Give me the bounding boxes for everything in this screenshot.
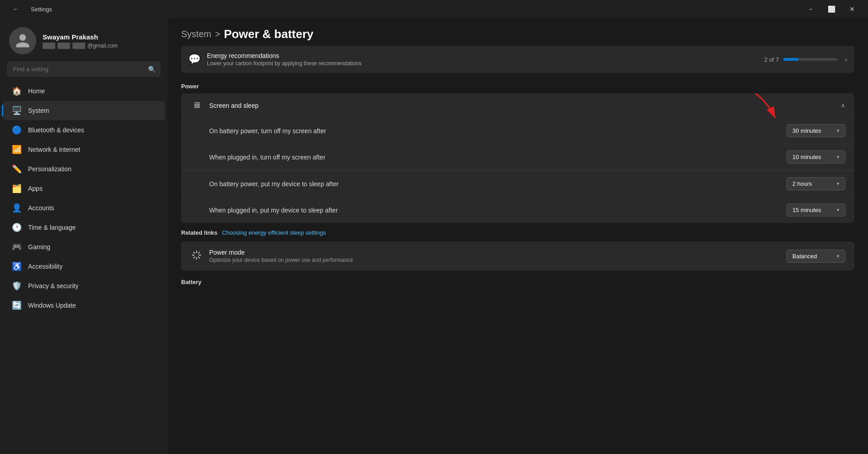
battery-screen-value: 30 minutes	[792, 127, 821, 134]
user-email-area: @gmail.com	[43, 43, 118, 49]
battery-sleep-dropdown-arrow: ▾	[837, 181, 839, 187]
sidebar-item-bluetooth[interactable]: 🔵 Bluetooth & devices	[3, 121, 165, 140]
screen-sleep-card: 🖥 Screen and sleep ∧ On battery	[181, 93, 854, 223]
sidebar-item-network-label: Network & internet	[28, 146, 80, 153]
sidebar-item-system-label: System	[28, 107, 49, 114]
accounts-icon: 👤	[12, 203, 22, 213]
battery-screen-dropdown-arrow: ▾	[837, 128, 839, 134]
sidebar-item-windows-update-label: Windows Update	[28, 302, 76, 309]
search-icon: 🔍	[148, 66, 156, 73]
personalization-icon: ✏️	[12, 164, 22, 174]
email-block-1	[43, 43, 55, 49]
plugged-screen-value: 10 minutes	[792, 154, 821, 160]
sidebar-item-accounts[interactable]: 👤 Accounts	[3, 198, 165, 217]
email-block-2	[58, 43, 70, 49]
plugged-screen-dropdown[interactable]: 10 minutes ▾	[786, 150, 845, 164]
user-name: Swayam Prakash	[43, 33, 118, 41]
sidebar-item-accessibility-label: Accessibility	[28, 263, 62, 270]
screen-sleep-header-row[interactable]: 🖥 Screen and sleep ∧	[181, 93, 854, 118]
user-section: Swayam Prakash @gmail.com	[0, 18, 168, 62]
sidebar-nav: 🏠 Home 🖥️ System 🔵 Bluetooth & devices 📶…	[0, 81, 168, 315]
sidebar-item-accounts-label: Accounts	[28, 204, 54, 212]
sidebar-item-apps-label: Apps	[28, 185, 43, 192]
power-mode-value: Balanced	[792, 253, 817, 260]
sidebar-item-gaming[interactable]: 🎮 Gaming	[3, 237, 165, 256]
screen-sleep-icon: 🖥	[190, 101, 203, 110]
time-icon: 🕐	[12, 222, 22, 232]
sidebar-item-time-label: Time & language	[28, 224, 76, 231]
sidebar-item-time[interactable]: 🕐 Time & language	[3, 218, 165, 237]
title-bar-title: Settings	[31, 6, 52, 13]
related-links-label: Related links	[181, 229, 217, 236]
power-mode-title: Power mode	[209, 249, 780, 256]
screen-sleep-text: Screen and sleep	[209, 102, 831, 109]
plugged-sleep-label: When plugged in, put my device to sleep …	[209, 207, 786, 214]
privacy-icon: 🛡️	[12, 281, 22, 291]
email-block-3	[72, 43, 85, 49]
close-button[interactable]: ✕	[842, 2, 863, 16]
energy-sleep-link[interactable]: Choosing energy efficient sleep settings	[222, 229, 326, 236]
apps-icon: 🗂️	[12, 184, 22, 193]
sidebar-item-privacy-label: Privacy & security	[28, 282, 78, 290]
energy-icon: 💬	[188, 53, 201, 65]
sidebar-item-apps[interactable]: 🗂️ Apps	[3, 179, 165, 198]
breadcrumb-current: Power & battery	[224, 27, 313, 41]
sidebar-item-network[interactable]: 📶 Network & internet	[3, 140, 165, 159]
battery-sleep-label: On battery power, put my device to sleep…	[209, 180, 786, 188]
energy-count: 2 of 7	[764, 56, 779, 63]
energy-progress-area: 2 of 7 ›	[764, 56, 847, 63]
battery-sleep-dropdown[interactable]: 2 hours ▾	[786, 177, 845, 190]
title-bar-left: ← Settings	[5, 2, 52, 16]
sidebar-item-windows-update[interactable]: 🔄 Windows Update	[3, 296, 165, 315]
power-mode-dropdown-arrow: ▾	[837, 253, 839, 259]
sidebar: Swayam Prakash @gmail.com 🔍 🏠 Home 🖥️	[0, 18, 168, 454]
title-bar-controls: − ⬜ ✕	[800, 2, 863, 16]
accessibility-icon: ♿	[12, 261, 22, 271]
sidebar-item-accessibility[interactable]: ♿ Accessibility	[3, 257, 165, 276]
sidebar-item-system[interactable]: 🖥️ System	[3, 101, 165, 120]
energy-title: Energy recommendations	[207, 52, 758, 59]
plugged-screen-row: When plugged in, turn off my screen afte…	[181, 144, 854, 170]
avatar	[9, 27, 36, 54]
power-mode-row: Power mode Optimize your device based on…	[181, 241, 854, 270]
energy-description: Lower your carbon footprint by applying …	[207, 60, 758, 67]
back-button[interactable]: ←	[5, 2, 26, 16]
power-mode-text: Power mode Optimize your device based on…	[209, 249, 780, 263]
breadcrumb-parent[interactable]: System	[181, 29, 211, 39]
sidebar-item-personalization-label: Personalization	[28, 165, 72, 173]
sidebar-item-privacy[interactable]: 🛡️ Privacy & security	[3, 276, 165, 295]
minimize-button[interactable]: −	[800, 2, 821, 16]
plugged-sleep-row: When plugged in, put my device to sleep …	[181, 197, 854, 223]
power-mode-dropdown[interactable]: Balanced ▾	[786, 250, 845, 263]
search-box: 🔍	[7, 62, 160, 77]
battery-sleep-row: On battery power, put my device to sleep…	[181, 170, 854, 197]
plugged-sleep-dropdown-arrow: ▾	[837, 207, 839, 213]
title-bar: ← Settings − ⬜ ✕	[0, 0, 868, 18]
app-body: Swayam Prakash @gmail.com 🔍 🏠 Home 🖥️	[0, 18, 868, 454]
sidebar-item-personalization[interactable]: ✏️ Personalization	[3, 159, 165, 179]
power-mode-card: Power mode Optimize your device based on…	[181, 241, 854, 270]
bluetooth-icon: 🔵	[12, 125, 22, 135]
sidebar-item-home[interactable]: 🏠 Home	[3, 82, 165, 101]
content-area: System > Power & battery 💬 Energy recomm…	[168, 18, 868, 454]
plugged-screen-label: When plugged in, turn off my screen afte…	[209, 154, 786, 161]
related-links: Related links Choosing energy efficient …	[168, 224, 868, 241]
plugged-sleep-value: 15 minutes	[792, 207, 821, 213]
maximize-button[interactable]: ⬜	[821, 2, 842, 16]
screen-sleep-title: Screen and sleep	[209, 102, 831, 109]
plugged-sleep-dropdown[interactable]: 15 minutes ▾	[786, 203, 845, 217]
energy-chevron-icon: ›	[845, 56, 847, 63]
battery-screen-row: On battery power, turn off my screen aft…	[181, 118, 854, 144]
search-input[interactable]	[7, 62, 160, 77]
gaming-icon: 🎮	[12, 242, 22, 252]
windows-update-icon: 🔄	[12, 300, 22, 310]
battery-screen-label: On battery power, turn off my screen aft…	[209, 127, 786, 135]
energy-text: Energy recommendations Lower your carbon…	[207, 52, 758, 67]
power-mode-icon	[190, 250, 203, 262]
screen-sleep-expand-icon[interactable]: ∧	[841, 102, 845, 109]
battery-screen-dropdown[interactable]: 30 minutes ▾	[786, 124, 845, 137]
energy-recommendations-banner[interactable]: 💬 Energy recommendations Lower your carb…	[181, 46, 854, 73]
email-suffix: @gmail.com	[87, 43, 118, 49]
sidebar-item-gaming-label: Gaming	[28, 243, 50, 251]
page-header: System > Power & battery	[168, 18, 868, 46]
